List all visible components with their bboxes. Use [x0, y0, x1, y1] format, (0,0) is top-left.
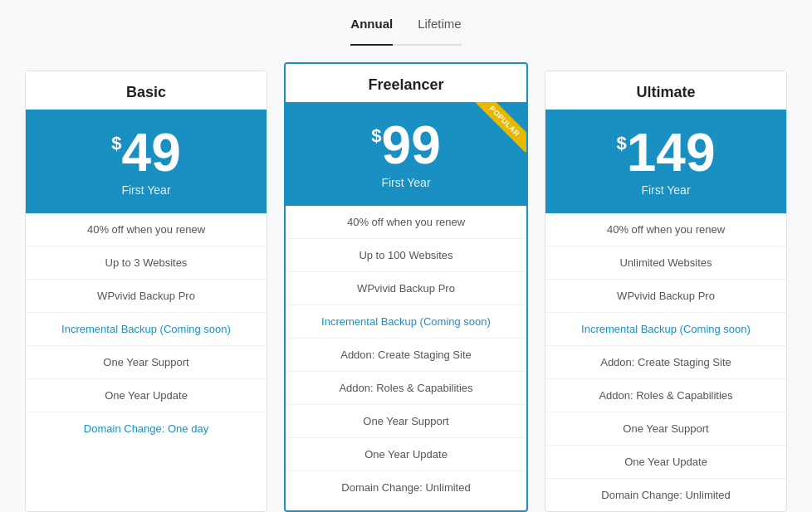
- plan-features-freelancer: 40% off when you renewUp to 100 Websites…: [286, 206, 526, 504]
- feature-item: 40% off when you renew: [26, 213, 267, 246]
- feature-item: Incremental Backup (Coming soon): [26, 313, 267, 346]
- feature-item: WPvivid Backup Pro: [545, 280, 786, 313]
- plans-wrapper: Basic$49First Year40% off when you renew…: [17, 62, 795, 512]
- popular-badge: POPULAR: [474, 102, 526, 152]
- plan-currency-ultimate: $: [616, 133, 626, 154]
- feature-item: One Year Update: [26, 379, 267, 412]
- feature-item: Domain Change: Unlimited: [545, 479, 786, 511]
- plan-currency-basic: $: [111, 133, 121, 154]
- plan-name-ultimate: Ultimate: [545, 71, 786, 110]
- feature-item: WPvivid Backup Pro: [26, 280, 267, 313]
- feature-item: Incremental Backup (Coming soon): [286, 305, 526, 339]
- feature-item: Addon: Roles & Capabilities: [286, 372, 526, 405]
- plan-price-freelancer: 99: [382, 119, 441, 172]
- feature-item: Incremental Backup (Coming soon): [545, 313, 786, 346]
- feature-item: One Year Support: [286, 405, 526, 438]
- plan-features-basic: 40% off when you renewUp to 3 WebsitesWP…: [26, 213, 267, 445]
- popular-ribbon: POPULAR: [468, 102, 526, 160]
- plan-name-freelancer: Freelancer: [286, 64, 526, 102]
- feature-item: One Year Support: [26, 346, 267, 379]
- plan-header-ultimate: $149First Year: [545, 110, 786, 213]
- plan-features-ultimate: 40% off when you renewUnlimited Websites…: [545, 213, 786, 511]
- feature-item: Addon: Create Staging Site: [286, 339, 526, 372]
- feature-item: One Year Update: [286, 438, 526, 471]
- feature-item: Up to 3 Websites: [26, 246, 267, 280]
- tab-annual[interactable]: Annual: [350, 17, 393, 46]
- plan-period-basic: First Year: [34, 183, 258, 197]
- plan-period-ultimate: First Year: [554, 183, 778, 197]
- feature-item: 40% off when you renew: [545, 213, 786, 246]
- plan-ultimate: Ultimate$149First Year40% off when you r…: [545, 71, 787, 512]
- plan-name-basic: Basic: [26, 71, 267, 110]
- feature-item: One Year Support: [545, 412, 786, 446]
- feature-item: Addon: Roles & Capabilities: [545, 379, 786, 412]
- feature-item: Domain Change: One day: [26, 412, 267, 445]
- feature-item: 40% off when you renew: [286, 206, 526, 239]
- plan-basic: Basic$49First Year40% off when you renew…: [25, 71, 267, 512]
- plan-price-ultimate: 149: [627, 126, 716, 179]
- plan-header-basic: $49First Year: [26, 110, 267, 213]
- plan-header-freelancer: $99First YearPOPULAR: [286, 102, 526, 206]
- feature-item: WPvivid Backup Pro: [286, 272, 526, 305]
- plan-currency-freelancer: $: [371, 125, 381, 147]
- feature-item: Domain Change: Unlimited: [286, 471, 526, 504]
- plan-freelancer: Freelancer$99First YearPOPULAR40% off wh…: [284, 62, 528, 512]
- feature-item: Up to 100 Websites: [286, 239, 526, 272]
- plan-price-basic: 49: [122, 126, 181, 179]
- plan-period-freelancer: First Year: [294, 176, 518, 189]
- feature-item: Unlimited Websites: [545, 246, 786, 280]
- feature-item: Addon: Create Staging Site: [545, 346, 786, 379]
- tab-lifetime[interactable]: Lifetime: [418, 17, 462, 37]
- tabs-container: AnnualLifetime: [350, 17, 461, 46]
- feature-item: One Year Update: [545, 446, 786, 479]
